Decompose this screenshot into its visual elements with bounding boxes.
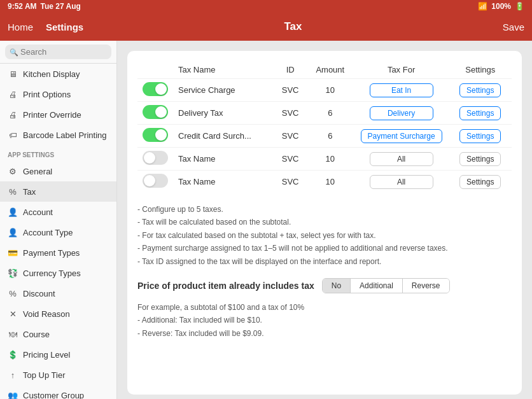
tax-for-button-1[interactable]: Eat In [370, 83, 433, 97]
sidebar-item-label: Printer Override [23, 110, 81, 120]
pit-additional-button[interactable]: Additional [351, 279, 403, 293]
sidebar-item-general[interactable]: ⚙ General [0, 161, 116, 181]
pit-reverse-button[interactable]: Reverse [403, 279, 449, 293]
tax-toggle-4[interactable] [143, 151, 168, 165]
tax-toggle-2[interactable] [143, 105, 168, 119]
tax-settings-button-1[interactable]: Settings [459, 83, 501, 97]
search-input[interactable] [5, 45, 111, 59]
sidebar-item-course[interactable]: 🍽 Course [0, 324, 116, 344]
tax-settings-cell: Settings [449, 148, 512, 171]
sidebar-item-label: Void Reason [23, 309, 70, 319]
account-type-icon: 👤 [8, 227, 18, 237]
info-text: - Configure up to 5 taxes.- Tax will be … [137, 203, 512, 268]
page-title: Tax [83, 20, 503, 33]
sidebar-item-label: General [23, 167, 52, 176]
tax-name-cell: Service Charge [173, 79, 274, 102]
tax-toggle-5[interactable] [143, 174, 168, 188]
sidebar-item-tax[interactable]: % Tax [0, 181, 116, 202]
col-settings: Settings [449, 61, 512, 79]
account-icon: 👤 [8, 207, 18, 217]
sidebar-item-discount[interactable]: % Discount [0, 283, 116, 304]
tax-settings-button-3[interactable]: Settings [459, 129, 501, 143]
price-includes-tax-section: Price of product item already includes t… [137, 278, 512, 293]
sidebar-item-print-options[interactable]: 🖨 Print Options [0, 84, 116, 104]
sidebar-item-label: Tax [23, 187, 36, 197]
sidebar-item-kitchen-display[interactable]: 🖥 Kitchen Display [0, 64, 116, 84]
tax-for-button-2[interactable]: Delivery [370, 106, 433, 120]
table-row: Service ChargeSVC10Eat InSettings [137, 79, 512, 102]
tax-for-button-3[interactable]: Payment Surcharge [361, 129, 442, 143]
sidebar-item-account-type[interactable]: 👤 Account Type [0, 222, 116, 242]
void-reason-icon: ✕ [8, 309, 18, 319]
main-content: Tax Name ID Amount Tax For Settings Serv… [117, 41, 532, 399]
sidebar-item-label: Customer Group [23, 391, 84, 400]
sidebar-item-payment-types[interactable]: 💳 Payment Types [0, 242, 116, 263]
sidebar-item-label: Discount [23, 289, 55, 298]
barcode-label-printing-icon: 🏷 [8, 130, 18, 140]
table-row: Tax NameSVC10AllSettings [137, 148, 512, 171]
pit-label: Price of product item already includes t… [137, 281, 314, 291]
table-row: Tax NameSVC10AllSettings [137, 171, 512, 193]
tax-toggle-cell [137, 79, 173, 102]
col-id: ID [274, 61, 307, 79]
status-time: 9:52 AM [8, 2, 37, 11]
tax-amount-cell: 10 [307, 171, 354, 193]
tax-settings-button-4[interactable]: Settings [459, 152, 501, 166]
tax-card: Tax Name ID Amount Tax For Settings Serv… [127, 51, 522, 395]
print-options-icon: 🖨 [8, 89, 18, 99]
tax-amount-cell: 10 [307, 148, 354, 171]
tax-settings-cell: Settings [449, 102, 512, 125]
info-line: - Tax will be calculated based on the su… [137, 216, 512, 228]
kitchen-display-icon: 🖥 [8, 69, 18, 79]
sidebar-item-label: Payment Types [23, 248, 80, 258]
nav-bar: Home Settings Tax Save [0, 13, 532, 41]
tax-settings-cell: Settings [449, 79, 512, 102]
tax-toggle-1[interactable] [143, 82, 168, 96]
sidebar-item-label: Kitchen Display [23, 69, 80, 79]
tax-settings-button-2[interactable]: Settings [459, 106, 501, 120]
info-line: - For tax calculated based on the subtot… [137, 229, 512, 242]
tax-for-cell: Eat In [354, 79, 449, 102]
sidebar-item-account[interactable]: 👤 Account [0, 202, 116, 222]
currency-types-icon: 💱 [8, 268, 18, 278]
table-row: Delivery TaxSVC6DeliverySettings [137, 102, 512, 125]
pit-info-line: For example, a subtotal of $100 and a ta… [137, 301, 512, 314]
sidebar-item-void-reason[interactable]: ✕ Void Reason [0, 304, 116, 324]
discount-icon: % [8, 288, 18, 298]
tax-settings-cell: Settings [449, 171, 512, 193]
sidebar-item-label: Top Up Tier [23, 370, 65, 380]
payment-types-icon: 💳 [8, 248, 18, 258]
tax-for-cell: All [354, 148, 449, 171]
tax-amount-cell: 6 [307, 125, 354, 148]
tax-toggle-3[interactable] [143, 128, 168, 142]
sidebar-item-label: Account Type [23, 228, 73, 237]
col-tax-name: Tax Name [173, 61, 274, 79]
app-settings-label: APP SETTINGS [0, 145, 116, 161]
tax-id-cell: SVC [274, 102, 307, 125]
sidebar-item-currency-types[interactable]: 💱 Currency Types [0, 263, 116, 283]
tax-table: Tax Name ID Amount Tax For Settings Serv… [137, 61, 512, 193]
pit-no-button[interactable]: No [323, 279, 351, 293]
tax-for-button-5[interactable]: All [370, 175, 433, 189]
tax-amount-cell: 6 [307, 102, 354, 125]
sidebar-item-pricing-level[interactable]: 💲 Pricing Level [0, 344, 116, 365]
pit-info: For example, a subtotal of $100 and a ta… [137, 301, 512, 340]
tax-settings-button-5[interactable]: Settings [459, 175, 501, 189]
settings-label[interactable]: Settings [46, 22, 83, 32]
sidebar-item-printer-override[interactable]: 🖨 Printer Override [0, 104, 116, 125]
pricing-level-icon: 💲 [8, 349, 18, 360]
sidebar-item-customer-group[interactable]: 👥 Customer Group [0, 385, 116, 399]
save-button[interactable]: Save [503, 22, 524, 32]
home-button[interactable]: Home [8, 22, 33, 32]
customer-group-icon: 👥 [8, 390, 18, 399]
info-line: - Tax ID assigned to the tax will be dis… [137, 255, 512, 268]
tax-for-button-4[interactable]: All [370, 152, 433, 166]
tax-name-cell: Tax Name [173, 148, 274, 171]
tax-name-cell: Tax Name [173, 171, 274, 193]
info-line: - Payment surcharge assigned to tax 1–5 … [137, 242, 512, 255]
sidebar-item-barcode-label-printing[interactable]: 🏷 Barcode Label Printing [0, 125, 116, 145]
tax-id-cell: SVC [274, 148, 307, 171]
tax-icon: % [8, 186, 18, 197]
tax-toggle-cell [137, 171, 173, 193]
sidebar-item-top-up-tier[interactable]: ↑ Top Up Tier [0, 365, 116, 385]
